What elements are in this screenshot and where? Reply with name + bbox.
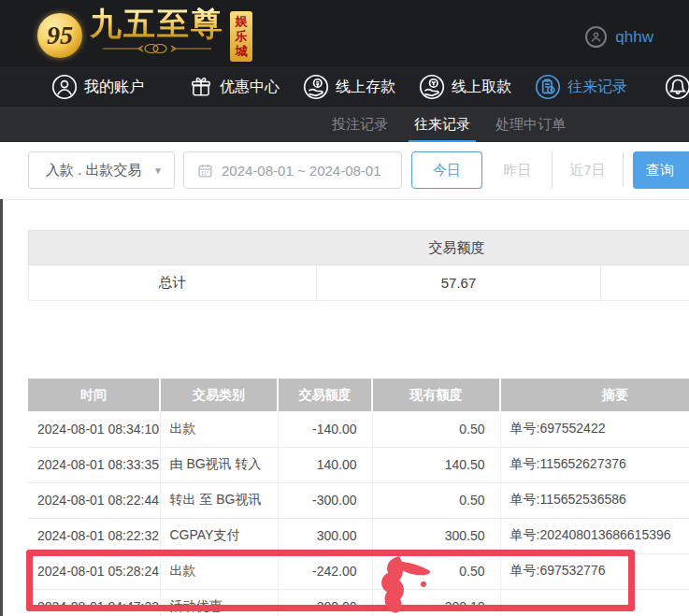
cell-type: 由 BG视讯 转入 bbox=[160, 447, 278, 482]
table-row: 2024-08-01 08:22:32CGPAY支付300.00300.50单号… bbox=[28, 518, 689, 553]
brand-logo[interactable]: 95 九五至尊 娱乐城 bbox=[37, 7, 252, 62]
cell-time: 2024-08-01 05:28:24 bbox=[28, 553, 160, 589]
calendar-icon bbox=[197, 163, 213, 179]
tab-label: 投注记录 bbox=[332, 116, 388, 134]
tab-bet-records[interactable]: 投注记录 bbox=[332, 107, 388, 143]
divider bbox=[4, 199, 689, 200]
cell-type: 转出 至 BG视讯 bbox=[160, 482, 278, 518]
cell-amount: -140.00 bbox=[278, 411, 372, 447]
transactions-table: 时间交易类别交易额度现有额度摘要 2024-08-01 08:34:10出款-1… bbox=[28, 379, 689, 616]
quick-range-yesterday[interactable]: 昨日 bbox=[481, 151, 553, 189]
brand-title: 九五至尊 bbox=[90, 7, 224, 41]
summary-total: 57.67 bbox=[317, 265, 601, 301]
table-row: 2024-08-01 08:22:44转出 至 BG视讯-300.000.50单… bbox=[28, 482, 689, 518]
flourish-icon bbox=[101, 43, 213, 54]
column-header: 交易类别 bbox=[160, 379, 278, 411]
summary-row: 总计 57.67 bbox=[29, 265, 689, 301]
gift-icon bbox=[189, 74, 213, 100]
quick-range-group: 今日昨日近7日 bbox=[411, 151, 624, 189]
date-range-value: 2024-08-01 ~ 2024-08-01 bbox=[222, 163, 381, 179]
summary-empty-cell bbox=[601, 265, 689, 301]
brand-emblem-icon: 95 bbox=[37, 13, 82, 58]
cell-balance: 0.50 bbox=[372, 411, 500, 447]
table-row: 2024-08-01 08:34:10出款-140.000.50单号:69755… bbox=[28, 411, 689, 447]
transactions-header-row: 时间交易类别交易额度现有额度摘要 bbox=[28, 379, 689, 411]
cell-balance: 0.50 bbox=[372, 482, 500, 518]
cell-type: 出款 bbox=[160, 411, 278, 447]
page: 95 九五至尊 娱乐城 bbox=[0, 0, 689, 616]
nav-item-label: 往来记录 bbox=[567, 78, 627, 97]
transactions-body: 2024-08-01 08:34:10出款-140.000.50单号:69755… bbox=[28, 411, 689, 616]
cell-balance: 300.10 bbox=[372, 589, 500, 616]
tab-transaction-records[interactable]: 往来记录 bbox=[414, 107, 470, 143]
cell-time: 2024-08-01 04:47:33 bbox=[28, 589, 160, 616]
user-avatar-icon bbox=[585, 26, 607, 48]
tab-label: 往来记录 bbox=[414, 116, 470, 134]
cell-balance: 300.50 bbox=[372, 518, 500, 553]
transaction-type-select[interactable]: 入款 . 出款交易 ▼ bbox=[28, 151, 175, 189]
table-row: 2024-08-01 08:33:35由 BG视讯 转入140.00140.50… bbox=[28, 447, 689, 482]
nav-item-account[interactable]: 我的账户 bbox=[51, 74, 144, 100]
summary-row-label: 总计 bbox=[29, 265, 317, 301]
quick-range-today[interactable]: 今日 bbox=[411, 151, 482, 189]
cell-amount: 140.00 bbox=[278, 447, 372, 482]
cell-memo: 单号:202408013686615396 bbox=[500, 518, 689, 553]
nav-item-label: 线上取款 bbox=[452, 78, 511, 97]
nav-item-records[interactable]: 往来记录 bbox=[535, 74, 627, 100]
bell-icon bbox=[665, 74, 689, 100]
cell-memo: 单号:115652627376 bbox=[500, 447, 689, 482]
nav-item-label: 线上存款 bbox=[336, 78, 395, 97]
cell-memo bbox=[500, 589, 689, 616]
tab-pending-orders[interactable]: 处理中订单 bbox=[495, 107, 566, 143]
cell-amount: 300.00 bbox=[278, 589, 372, 616]
cell-memo: 单号:115652536586 bbox=[500, 482, 689, 518]
deposit-icon bbox=[303, 74, 329, 100]
nav-item-promos[interactable]: 优惠中心 bbox=[189, 74, 280, 100]
cell-time: 2024-08-01 08:34:10 bbox=[28, 411, 160, 447]
brand-subtitle: 娱乐城 bbox=[230, 11, 252, 62]
cell-time: 2024-08-01 08:22:32 bbox=[28, 518, 160, 553]
cell-type: CGPAY支付 bbox=[160, 518, 278, 553]
cell-type: 出款 bbox=[160, 553, 278, 589]
username: qhhw bbox=[615, 28, 653, 47]
records-icon bbox=[535, 74, 561, 100]
chevron-down-icon: ▼ bbox=[153, 165, 163, 176]
user-menu[interactable]: qhhw bbox=[585, 26, 689, 48]
nav-item-withdraw[interactable]: 线上取款 bbox=[419, 74, 511, 100]
cell-balance: 0.50 bbox=[372, 553, 500, 589]
cell-time: 2024-08-01 08:22:44 bbox=[28, 482, 160, 518]
withdraw-icon bbox=[419, 74, 445, 100]
cell-memo: 单号:697552422 bbox=[500, 411, 689, 447]
column-header: 摘要 bbox=[500, 379, 689, 411]
nav-item-label: 我的账户 bbox=[84, 78, 144, 97]
cell-type: 活动优惠 bbox=[160, 589, 278, 616]
search-button[interactable]: 查询 bbox=[633, 151, 689, 189]
table-row: 2024-08-01 05:28:24出款-242.000.50单号:69753… bbox=[28, 553, 689, 589]
cell-balance: 140.50 bbox=[372, 447, 500, 482]
user-icon bbox=[51, 74, 78, 100]
top-header: 95 九五至尊 娱乐城 bbox=[0, 0, 689, 67]
transaction-type-value: 入款 . 出款交易 bbox=[46, 162, 142, 179]
nav-item-deposit[interactable]: 线上存款 bbox=[303, 74, 395, 100]
quick-range-last7days[interactable]: 近7日 bbox=[552, 151, 623, 189]
filter-bar: 入款 . 出款交易 ▼ 2024-08-01 ~ 2024-08-01 今日昨日… bbox=[0, 142, 689, 199]
tab-label: 处理中订单 bbox=[495, 116, 566, 134]
cell-memo: 单号:697532776 bbox=[500, 553, 689, 589]
main-nav: 我的账户优惠中心线上存款线上取款往来记录信 bbox=[0, 67, 689, 106]
cell-time: 2024-08-01 08:33:35 bbox=[28, 447, 160, 482]
summary-table: 交易额度 总计 57.67 bbox=[28, 230, 689, 301]
screen-edge bbox=[0, 142, 3, 616]
nav-item-messages[interactable]: 信 bbox=[665, 74, 689, 100]
column-header: 现有额度 bbox=[372, 379, 500, 411]
column-header: 交易额度 bbox=[278, 379, 372, 411]
column-header: 时间 bbox=[28, 379, 160, 411]
table-row: 2024-08-01 04:47:33活动优惠300.00300.10 bbox=[28, 589, 689, 616]
record-tabs: 投注记录往来记录处理中订单 bbox=[0, 106, 689, 142]
date-range-input[interactable]: 2024-08-01 ~ 2024-08-01 bbox=[183, 151, 402, 189]
cell-amount: -300.00 bbox=[278, 482, 372, 518]
summary-header: 交易额度 bbox=[29, 231, 689, 265]
nav-item-label: 优惠中心 bbox=[220, 78, 280, 97]
cell-amount: -242.00 bbox=[278, 553, 372, 589]
cell-amount: 300.00 bbox=[278, 518, 372, 553]
